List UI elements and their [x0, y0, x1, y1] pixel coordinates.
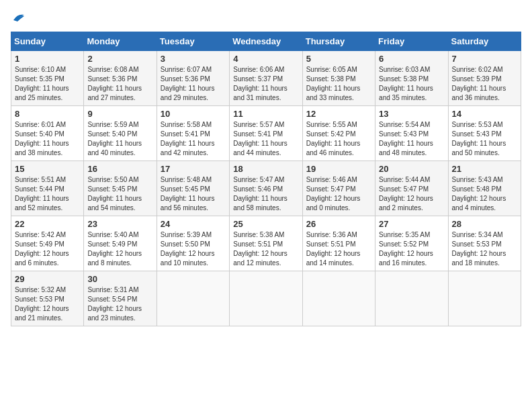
- calendar-week-row: 8Sunrise: 6:01 AM Sunset: 5:40 PM Daylig…: [11, 106, 521, 161]
- calendar-table: SundayMondayTuesdayWednesdayThursdayFrid…: [11, 32, 521, 326]
- calendar-cell: 10Sunrise: 5:58 AM Sunset: 5:41 PM Dayli…: [157, 106, 229, 161]
- calendar-cell: 17Sunrise: 5:48 AM Sunset: 5:45 PM Dayli…: [157, 161, 229, 216]
- calendar-cell: 13Sunrise: 5:54 AM Sunset: 5:43 PM Dayli…: [375, 106, 448, 161]
- day-of-week-header: Sunday: [11, 32, 84, 51]
- calendar-cell: 21Sunrise: 5:43 AM Sunset: 5:48 PM Dayli…: [448, 161, 521, 216]
- calendar-cell: 19Sunrise: 5:46 AM Sunset: 5:47 PM Dayli…: [302, 161, 375, 216]
- day-number: 29: [15, 274, 80, 284]
- day-info: Sunrise: 6:08 AM Sunset: 5:36 PM Dayligh…: [87, 65, 152, 103]
- calendar-cell: [375, 271, 448, 326]
- calendar-cell: 2Sunrise: 6:08 AM Sunset: 5:36 PM Daylig…: [84, 51, 157, 106]
- day-number: 15: [15, 164, 80, 174]
- calendar-cell: 7Sunrise: 6:02 AM Sunset: 5:39 PM Daylig…: [448, 51, 521, 106]
- day-info: Sunrise: 5:53 AM Sunset: 5:43 PM Dayligh…: [452, 120, 517, 158]
- logo-bird-icon: [12, 13, 26, 25]
- day-info: Sunrise: 6:02 AM Sunset: 5:39 PM Dayligh…: [452, 65, 517, 103]
- calendar-cell: 8Sunrise: 6:01 AM Sunset: 5:40 PM Daylig…: [11, 106, 84, 161]
- day-info: Sunrise: 5:54 AM Sunset: 5:43 PM Dayligh…: [379, 120, 444, 158]
- day-number: 26: [306, 219, 371, 229]
- day-of-week-header: Tuesday: [157, 32, 229, 51]
- calendar-week-row: 22Sunrise: 5:42 AM Sunset: 5:49 PM Dayli…: [11, 216, 521, 271]
- day-info: Sunrise: 6:05 AM Sunset: 5:38 PM Dayligh…: [306, 65, 371, 103]
- day-number: 6: [379, 54, 444, 64]
- calendar-cell: [157, 271, 229, 326]
- day-info: Sunrise: 5:32 AM Sunset: 5:53 PM Dayligh…: [15, 285, 80, 323]
- calendar-week-row: 29Sunrise: 5:32 AM Sunset: 5:53 PM Dayli…: [11, 271, 521, 326]
- day-info: Sunrise: 5:59 AM Sunset: 5:40 PM Dayligh…: [87, 120, 152, 158]
- calendar-cell: 27Sunrise: 5:35 AM Sunset: 5:52 PM Dayli…: [375, 216, 448, 271]
- day-info: Sunrise: 6:03 AM Sunset: 5:38 PM Dayligh…: [379, 65, 444, 103]
- day-number: 30: [87, 274, 152, 284]
- day-number: 10: [161, 109, 226, 119]
- day-number: 13: [379, 109, 444, 119]
- calendar-cell: [230, 271, 302, 326]
- day-number: 28: [452, 219, 517, 229]
- calendar-cell: 5Sunrise: 6:05 AM Sunset: 5:38 PM Daylig…: [302, 51, 375, 106]
- day-number: 21: [452, 164, 517, 174]
- calendar-cell: 11Sunrise: 5:57 AM Sunset: 5:41 PM Dayli…: [230, 106, 302, 161]
- day-info: Sunrise: 5:34 AM Sunset: 5:53 PM Dayligh…: [452, 230, 517, 268]
- calendar-cell: 30Sunrise: 5:31 AM Sunset: 5:54 PM Dayli…: [84, 271, 157, 326]
- day-number: 18: [233, 164, 298, 174]
- calendar-cell: 24Sunrise: 5:39 AM Sunset: 5:50 PM Dayli…: [157, 216, 229, 271]
- day-number: 14: [452, 109, 517, 119]
- day-number: 1: [15, 54, 80, 64]
- page-header: [11, 11, 521, 26]
- calendar-cell: 12Sunrise: 5:55 AM Sunset: 5:42 PM Dayli…: [302, 106, 375, 161]
- day-info: Sunrise: 6:07 AM Sunset: 5:36 PM Dayligh…: [161, 65, 226, 103]
- day-number: 7: [452, 54, 517, 64]
- day-number: 2: [87, 54, 152, 64]
- day-number: 8: [15, 109, 80, 119]
- day-number: 20: [379, 164, 444, 174]
- day-info: Sunrise: 6:01 AM Sunset: 5:40 PM Dayligh…: [15, 120, 80, 158]
- day-number: 9: [87, 109, 152, 119]
- day-info: Sunrise: 5:50 AM Sunset: 5:45 PM Dayligh…: [87, 175, 152, 213]
- day-info: Sunrise: 5:48 AM Sunset: 5:45 PM Dayligh…: [161, 175, 226, 213]
- day-number: 22: [15, 219, 80, 229]
- day-info: Sunrise: 5:39 AM Sunset: 5:50 PM Dayligh…: [161, 230, 226, 268]
- calendar-cell: 16Sunrise: 5:50 AM Sunset: 5:45 PM Dayli…: [84, 161, 157, 216]
- calendar-cell: 3Sunrise: 6:07 AM Sunset: 5:36 PM Daylig…: [157, 51, 229, 106]
- calendar-cell: 1Sunrise: 6:10 AM Sunset: 5:35 PM Daylig…: [11, 51, 84, 106]
- day-info: Sunrise: 5:35 AM Sunset: 5:52 PM Dayligh…: [379, 230, 444, 268]
- calendar-cell: 22Sunrise: 5:42 AM Sunset: 5:49 PM Dayli…: [11, 216, 84, 271]
- calendar-cell: 4Sunrise: 6:06 AM Sunset: 5:37 PM Daylig…: [230, 51, 302, 106]
- calendar-week-row: 15Sunrise: 5:51 AM Sunset: 5:44 PM Dayli…: [11, 161, 521, 216]
- calendar-cell: 9Sunrise: 5:59 AM Sunset: 5:40 PM Daylig…: [84, 106, 157, 161]
- day-number: 11: [233, 109, 298, 119]
- day-of-week-header: Saturday: [448, 32, 521, 51]
- calendar-header-row: SundayMondayTuesdayWednesdayThursdayFrid…: [11, 32, 521, 51]
- day-info: Sunrise: 5:40 AM Sunset: 5:49 PM Dayligh…: [87, 230, 152, 268]
- calendar-cell: 23Sunrise: 5:40 AM Sunset: 5:49 PM Dayli…: [84, 216, 157, 271]
- calendar-cell: 28Sunrise: 5:34 AM Sunset: 5:53 PM Dayli…: [448, 216, 521, 271]
- day-number: 19: [306, 164, 371, 174]
- calendar-cell: 26Sunrise: 5:36 AM Sunset: 5:51 PM Dayli…: [302, 216, 375, 271]
- day-info: Sunrise: 5:57 AM Sunset: 5:41 PM Dayligh…: [233, 120, 298, 158]
- calendar-cell: 25Sunrise: 5:38 AM Sunset: 5:51 PM Dayli…: [230, 216, 302, 271]
- day-number: 4: [233, 54, 298, 64]
- day-of-week-header: Friday: [375, 32, 448, 51]
- day-info: Sunrise: 6:06 AM Sunset: 5:37 PM Dayligh…: [233, 65, 298, 103]
- calendar-cell: 29Sunrise: 5:32 AM Sunset: 5:53 PM Dayli…: [11, 271, 84, 326]
- day-number: 23: [87, 219, 152, 229]
- day-number: 27: [379, 219, 444, 229]
- day-number: 12: [306, 109, 371, 119]
- day-info: Sunrise: 5:42 AM Sunset: 5:49 PM Dayligh…: [15, 230, 80, 268]
- day-info: Sunrise: 5:58 AM Sunset: 5:41 PM Dayligh…: [161, 120, 226, 158]
- calendar-cell: 15Sunrise: 5:51 AM Sunset: 5:44 PM Dayli…: [11, 161, 84, 216]
- day-number: 16: [87, 164, 152, 174]
- calendar-cell: [302, 271, 375, 326]
- day-info: Sunrise: 5:55 AM Sunset: 5:42 PM Dayligh…: [306, 120, 371, 158]
- calendar-cell: 6Sunrise: 6:03 AM Sunset: 5:38 PM Daylig…: [375, 51, 448, 106]
- day-info: Sunrise: 5:43 AM Sunset: 5:48 PM Dayligh…: [452, 175, 517, 213]
- day-of-week-header: Monday: [84, 32, 157, 51]
- day-number: 24: [161, 219, 226, 229]
- calendar-cell: 18Sunrise: 5:47 AM Sunset: 5:46 PM Dayli…: [230, 161, 302, 216]
- day-number: 17: [161, 164, 226, 174]
- calendar-cell: 20Sunrise: 5:44 AM Sunset: 5:47 PM Dayli…: [375, 161, 448, 216]
- day-info: Sunrise: 5:36 AM Sunset: 5:51 PM Dayligh…: [306, 230, 371, 268]
- calendar-week-row: 1Sunrise: 6:10 AM Sunset: 5:35 PM Daylig…: [11, 51, 521, 106]
- logo: [11, 11, 26, 26]
- calendar-cell: 14Sunrise: 5:53 AM Sunset: 5:43 PM Dayli…: [448, 106, 521, 161]
- day-info: Sunrise: 5:38 AM Sunset: 5:51 PM Dayligh…: [233, 230, 298, 268]
